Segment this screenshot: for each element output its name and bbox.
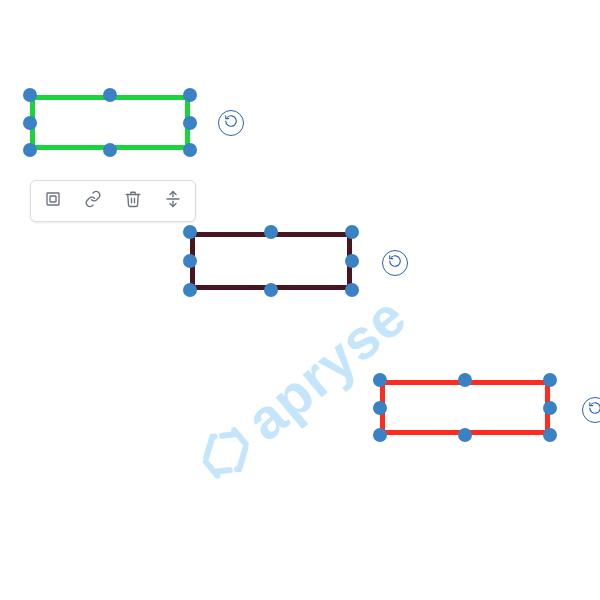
resize-handle-tl[interactable] bbox=[23, 88, 37, 102]
resize-handle-ml[interactable] bbox=[23, 116, 37, 130]
editor-canvas[interactable]: apryse bbox=[0, 0, 600, 600]
resize-handle-tm[interactable] bbox=[264, 225, 278, 239]
trash-icon bbox=[124, 190, 142, 212]
resize-handle-tr[interactable] bbox=[543, 373, 557, 387]
resize-handle-br[interactable] bbox=[183, 143, 197, 157]
annotation-rect-red[interactable] bbox=[380, 380, 550, 435]
resize-handle-ml[interactable] bbox=[183, 254, 197, 268]
rotate-handle[interactable] bbox=[218, 110, 244, 136]
annotation-rect-darkred[interactable] bbox=[190, 232, 352, 290]
resize-handle-bm[interactable] bbox=[458, 428, 472, 442]
resize-handle-ml[interactable] bbox=[373, 401, 387, 415]
resize-handle-tm[interactable] bbox=[458, 373, 472, 387]
resize-handle-mr[interactable] bbox=[543, 401, 557, 415]
resize-handle-bl[interactable] bbox=[23, 143, 37, 157]
resize-handle-br[interactable] bbox=[543, 428, 557, 442]
rect-shape bbox=[190, 232, 352, 290]
group-icon bbox=[164, 190, 182, 212]
svg-rect-0 bbox=[47, 193, 59, 205]
resize-handle-bm[interactable] bbox=[103, 143, 117, 157]
link-button[interactable] bbox=[77, 185, 109, 217]
resize-handle-bm[interactable] bbox=[264, 283, 278, 297]
style-icon bbox=[44, 190, 62, 212]
annotation-toolbar bbox=[30, 180, 196, 222]
svg-rect-1 bbox=[50, 196, 56, 202]
rotate-handle[interactable] bbox=[582, 397, 600, 423]
resize-handle-br[interactable] bbox=[345, 283, 359, 297]
resize-handle-tl[interactable] bbox=[373, 373, 387, 387]
resize-handle-bl[interactable] bbox=[183, 283, 197, 297]
link-icon bbox=[84, 190, 102, 212]
resize-handle-mr[interactable] bbox=[345, 254, 359, 268]
rect-shape bbox=[30, 95, 190, 150]
resize-handle-mr[interactable] bbox=[183, 116, 197, 130]
rect-shape bbox=[380, 380, 550, 435]
rotate-icon bbox=[588, 401, 600, 419]
annotation-rect-green[interactable] bbox=[30, 95, 190, 150]
rotate-icon bbox=[388, 254, 402, 272]
group-button[interactable] bbox=[157, 185, 189, 217]
style-button[interactable] bbox=[37, 185, 69, 217]
rotate-icon bbox=[224, 114, 238, 132]
resize-handle-bl[interactable] bbox=[373, 428, 387, 442]
rotate-handle[interactable] bbox=[382, 250, 408, 276]
delete-button[interactable] bbox=[117, 185, 149, 217]
resize-handle-tl[interactable] bbox=[183, 225, 197, 239]
watermark-logo-icon bbox=[183, 410, 268, 495]
resize-handle-tr[interactable] bbox=[183, 88, 197, 102]
resize-handle-tr[interactable] bbox=[345, 225, 359, 239]
resize-handle-tm[interactable] bbox=[103, 88, 117, 102]
